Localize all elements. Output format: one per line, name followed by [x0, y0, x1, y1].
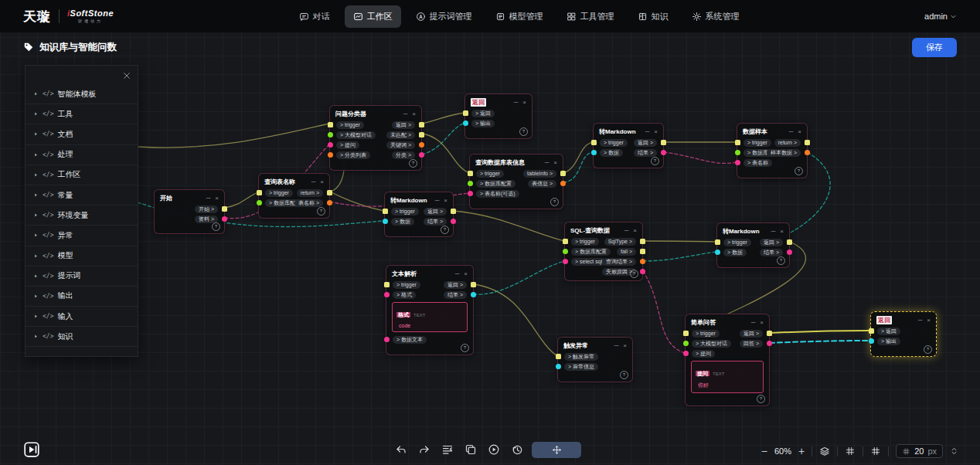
help-icon[interactable]: ?: [409, 159, 417, 168]
help-icon[interactable]: ?: [519, 127, 528, 136]
help-icon[interactable]: ?: [795, 167, 803, 175]
pan-tool-button[interactable]: [532, 442, 581, 458]
node-text-field[interactable]: 提问TEXT你好: [691, 361, 764, 393]
node-sql-query[interactable]: SQL-查询数据─×> trigger> 数据库配置> select sqlSq…: [564, 222, 643, 281]
port-connector[interactable]: [683, 351, 689, 356]
port-connector[interactable]: [661, 150, 666, 155]
help-icon[interactable]: ?: [620, 371, 628, 379]
help-icon[interactable]: ?: [757, 395, 765, 403]
port-label[interactable]: return >: [774, 139, 801, 147]
node-query-db-table-info[interactable]: 查询数据库表信息─×> trigger> 数据库配置> 表名称(可选)table…: [469, 154, 563, 209]
close-icon[interactable]: ×: [464, 271, 468, 277]
port-label[interactable]: > 返回: [471, 110, 495, 117]
port-connector[interactable]: [869, 328, 874, 334]
minimize-icon[interactable]: ─: [206, 195, 211, 202]
close-icon[interactable]: [122, 71, 131, 80]
nav-item-tools[interactable]: 工具管理: [558, 5, 623, 28]
save-button[interactable]: 保存: [912, 38, 957, 57]
palette-item[interactable]: </>异常: [26, 226, 138, 246]
port-connector[interactable]: [556, 364, 561, 369]
zoom-in-button[interactable]: +: [798, 446, 805, 457]
port-connector[interactable]: [451, 219, 456, 224]
minimize-icon[interactable]: ─: [435, 198, 440, 204]
port-label[interactable]: > 异常信息: [564, 363, 598, 371]
help-icon[interactable]: ?: [441, 226, 449, 234]
workflow-canvas[interactable]: 开始─×开始 >资料 >?查询表名称─×> trigger> 数据库配置retu…: [0, 0, 980, 465]
close-icon[interactable]: ×: [444, 198, 447, 204]
close-icon[interactable]: ×: [412, 111, 416, 117]
port-connector[interactable]: [463, 120, 468, 126]
nav-item-prompt[interactable]: 提示词管理: [407, 5, 481, 28]
port-connector[interactable]: [451, 209, 456, 214]
close-icon[interactable]: ×: [798, 129, 801, 135]
minimize-icon[interactable]: ─: [624, 228, 629, 234]
palette-item[interactable]: </>模型: [26, 246, 138, 266]
port-connector[interactable]: [735, 160, 740, 165]
port-connector[interactable]: [767, 341, 772, 346]
palette-item[interactable]: </>环境变量: [26, 205, 138, 226]
align-button[interactable]: [439, 441, 456, 458]
port-label[interactable]: 结果 >: [444, 291, 467, 299]
port-connector[interactable]: [471, 282, 476, 287]
grid-size-input[interactable]: 20 px: [896, 444, 943, 458]
port-label[interactable]: 返回 >: [444, 281, 467, 289]
port-connector[interactable]: [384, 337, 390, 342]
node-data-sample[interactable]: 数据样本─×> trigger> 数据库配置> 表名称return >样本数据 …: [737, 123, 808, 178]
minimize-icon[interactable]: ─: [918, 317, 923, 324]
close-icon[interactable]: ×: [927, 317, 931, 324]
port-label[interactable]: 关键词 >: [386, 141, 415, 149]
port-label[interactable]: 返回 >: [740, 330, 763, 338]
help-icon[interactable]: ?: [651, 157, 659, 165]
console-run-button[interactable]: [23, 441, 40, 458]
port-label[interactable]: 表信息 >: [528, 180, 556, 188]
redo-button[interactable]: [416, 441, 433, 458]
port-connector[interactable]: [419, 152, 424, 158]
node-text-field[interactable]: 格式TEXTcode: [392, 302, 468, 332]
minimize-icon[interactable]: ─: [771, 229, 776, 235]
grid-size-stepper[interactable]: [950, 446, 958, 457]
port-label[interactable]: > 返回: [877, 328, 900, 335]
port-label[interactable]: 结果 >: [634, 149, 657, 157]
port-label[interactable]: 结果 >: [424, 218, 447, 226]
port-label[interactable]: fail >: [617, 248, 636, 256]
help-icon[interactable]: ?: [317, 207, 325, 216]
port-label[interactable]: 资料 >: [195, 216, 218, 223]
help-icon[interactable]: ?: [550, 198, 559, 206]
close-icon[interactable]: ×: [623, 343, 627, 349]
palette-item[interactable]: </>输入: [26, 307, 138, 327]
minimize-icon[interactable]: ─: [645, 129, 650, 135]
port-label[interactable]: 返回 >: [760, 239, 783, 246]
port-connector[interactable]: [222, 206, 227, 212]
palette-item[interactable]: </>常量: [26, 185, 138, 205]
snap-grid-icon[interactable]: [845, 446, 856, 457]
port-label[interactable]: 查询结果 >: [602, 258, 636, 266]
palette-item[interactable]: </>输出: [26, 287, 138, 307]
port-label[interactable]: 开始 >: [195, 205, 218, 213]
port-label[interactable]: 未匹配 >: [386, 131, 415, 139]
nav-item-gear[interactable]: 系统管理: [683, 5, 748, 28]
port-label[interactable]: SqlType >: [604, 238, 636, 246]
close-icon[interactable]: ×: [320, 179, 324, 185]
run-flow-button[interactable]: [485, 441, 502, 458]
close-icon[interactable]: ×: [522, 100, 526, 106]
port-connector[interactable]: [556, 354, 561, 359]
nav-item-model[interactable]: 模型管理: [487, 5, 552, 28]
node-text-parse[interactable]: 文本解析─×> trigger> 格式格式TEXTcode> 数据文本返回 >结…: [386, 265, 474, 355]
port-label[interactable]: 样本数据 >: [767, 149, 801, 157]
port-connector[interactable]: [640, 249, 645, 254]
port-connector[interactable]: [661, 140, 666, 145]
palette-item[interactable]: </>处理: [26, 145, 138, 165]
node-query-table-name[interactable]: 查询表名称─×> trigger> 数据库配置return >表名称 >?: [258, 173, 330, 219]
node-question-classifier[interactable]: 问题分类器─×> trigger> 大模型对话> 提问> 分类列表返回 >未匹配…: [329, 105, 422, 171]
close-icon[interactable]: ×: [760, 320, 764, 326]
minimize-icon[interactable]: ─: [514, 100, 519, 106]
minimize-icon[interactable]: ─: [455, 271, 460, 277]
node-return-top[interactable]: 返回─×> 返回> 输出?: [464, 93, 533, 139]
close-icon[interactable]: ×: [553, 160, 557, 166]
palette-item[interactable]: </>智能体模板: [26, 84, 138, 104]
minimize-icon[interactable]: ─: [311, 179, 316, 185]
port-connector[interactable]: [640, 239, 645, 244]
nav-item-chat[interactable]: 对话: [291, 5, 339, 28]
nav-item-knowledge[interactable]: 知识: [629, 5, 677, 28]
close-icon[interactable]: ×: [780, 229, 784, 235]
